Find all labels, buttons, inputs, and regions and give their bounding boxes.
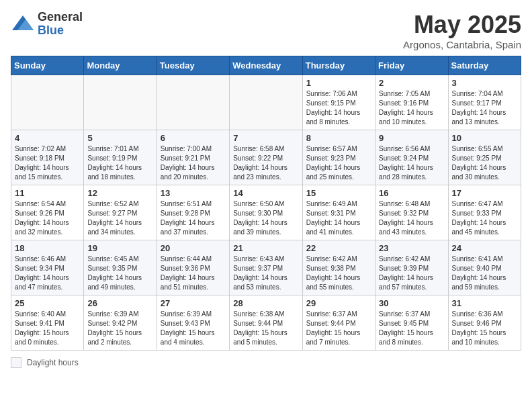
- day-info: Sunrise: 6:48 AM Sunset: 9:32 PM Dayligh…: [379, 199, 444, 237]
- calendar-week-1: 1Sunrise: 7:06 AM Sunset: 9:15 PM Daylig…: [11, 75, 521, 130]
- day-number: 29: [306, 298, 371, 308]
- calendar-cell: 30Sunrise: 6:37 AM Sunset: 9:45 PM Dayli…: [375, 295, 448, 351]
- day-info: Sunrise: 6:41 AM Sunset: 9:40 PM Dayligh…: [452, 255, 517, 292]
- day-number: 26: [87, 298, 152, 308]
- logo: General Blue: [11, 11, 83, 38]
- day-number: 15: [306, 188, 371, 198]
- day-number: 31: [452, 298, 517, 308]
- day-number: 2: [379, 78, 444, 88]
- calendar-week-2: 4Sunrise: 7:02 AM Sunset: 9:18 PM Daylig…: [11, 130, 521, 185]
- day-info: Sunrise: 6:37 AM Sunset: 9:44 PM Dayligh…: [306, 310, 371, 347]
- calendar-cell: 1Sunrise: 7:06 AM Sunset: 9:15 PM Daylig…: [302, 75, 375, 130]
- calendar-cell: 19Sunrise: 6:45 AM Sunset: 9:35 PM Dayli…: [84, 240, 157, 295]
- month-title: May 2025: [403, 11, 521, 39]
- calendar-cell: 11Sunrise: 6:54 AM Sunset: 9:26 PM Dayli…: [11, 185, 84, 240]
- day-number: 28: [233, 298, 298, 308]
- calendar-cell: [84, 75, 157, 130]
- day-info: Sunrise: 7:02 AM Sunset: 9:18 PM Dayligh…: [15, 144, 80, 182]
- day-info: Sunrise: 6:40 AM Sunset: 9:41 PM Dayligh…: [15, 310, 80, 347]
- day-number: 10: [452, 133, 517, 143]
- weekday-header-tuesday: Tuesday: [157, 56, 229, 75]
- logo-blue-text: Blue: [38, 24, 83, 38]
- day-info: Sunrise: 6:58 AM Sunset: 9:22 PM Dayligh…: [233, 144, 298, 182]
- legend: Daylight hours: [11, 357, 521, 368]
- logo-general-text: General: [38, 11, 83, 24]
- day-info: Sunrise: 6:55 AM Sunset: 9:25 PM Dayligh…: [452, 144, 517, 182]
- day-info: Sunrise: 6:52 AM Sunset: 9:27 PM Dayligh…: [87, 199, 152, 237]
- calendar-cell: 17Sunrise: 6:47 AM Sunset: 9:33 PM Dayli…: [448, 185, 521, 240]
- calendar-week-4: 18Sunrise: 6:46 AM Sunset: 9:34 PM Dayli…: [11, 240, 521, 295]
- day-number: 11: [15, 188, 80, 198]
- day-number: 4: [15, 133, 80, 143]
- calendar-cell: [157, 75, 229, 130]
- day-number: 14: [233, 188, 298, 198]
- day-number: 17: [452, 188, 517, 198]
- day-number: 13: [161, 188, 226, 198]
- calendar-cell: 25Sunrise: 6:40 AM Sunset: 9:41 PM Dayli…: [11, 295, 84, 351]
- day-info: Sunrise: 6:37 AM Sunset: 9:45 PM Dayligh…: [379, 310, 444, 347]
- calendar-cell: 16Sunrise: 6:48 AM Sunset: 9:32 PM Dayli…: [375, 185, 448, 240]
- day-info: Sunrise: 7:06 AM Sunset: 9:15 PM Dayligh…: [306, 89, 371, 127]
- calendar-cell: 13Sunrise: 6:51 AM Sunset: 9:28 PM Dayli…: [157, 185, 229, 240]
- calendar-week-5: 25Sunrise: 6:40 AM Sunset: 9:41 PM Dayli…: [11, 295, 521, 351]
- weekday-header-sunday: Sunday: [11, 56, 84, 75]
- legend-label: Daylight hours: [27, 358, 79, 367]
- day-info: Sunrise: 6:56 AM Sunset: 9:24 PM Dayligh…: [379, 144, 444, 182]
- day-info: Sunrise: 7:00 AM Sunset: 9:21 PM Dayligh…: [161, 144, 226, 182]
- calendar-cell: 18Sunrise: 6:46 AM Sunset: 9:34 PM Dayli…: [11, 240, 84, 295]
- calendar-cell: [230, 75, 302, 130]
- day-number: 25: [15, 298, 80, 308]
- weekday-header-monday: Monday: [84, 56, 157, 75]
- day-number: 19: [87, 243, 152, 253]
- day-info: Sunrise: 6:42 AM Sunset: 9:39 PM Dayligh…: [379, 255, 444, 292]
- weekday-header-thursday: Thursday: [302, 56, 375, 75]
- day-info: Sunrise: 6:57 AM Sunset: 9:23 PM Dayligh…: [306, 144, 371, 182]
- calendar-cell: 10Sunrise: 6:55 AM Sunset: 9:25 PM Dayli…: [448, 130, 521, 185]
- day-number: 5: [87, 133, 152, 143]
- day-info: Sunrise: 6:38 AM Sunset: 9:44 PM Dayligh…: [233, 310, 298, 347]
- day-number: 30: [379, 298, 444, 308]
- day-number: 3: [452, 78, 517, 88]
- day-number: 23: [379, 243, 444, 253]
- day-info: Sunrise: 6:39 AM Sunset: 9:42 PM Dayligh…: [87, 310, 152, 347]
- calendar-cell: 22Sunrise: 6:42 AM Sunset: 9:38 PM Dayli…: [302, 240, 375, 295]
- day-number: 8: [306, 133, 371, 143]
- day-info: Sunrise: 6:46 AM Sunset: 9:34 PM Dayligh…: [15, 255, 80, 292]
- day-number: 6: [161, 133, 226, 143]
- day-info: Sunrise: 7:05 AM Sunset: 9:16 PM Dayligh…: [379, 89, 444, 127]
- day-info: Sunrise: 6:51 AM Sunset: 9:28 PM Dayligh…: [161, 199, 226, 237]
- title-block: May 2025 Argonos, Cantabria, Spain: [403, 11, 521, 50]
- calendar-cell: 2Sunrise: 7:05 AM Sunset: 9:16 PM Daylig…: [375, 75, 448, 130]
- weekday-header-friday: Friday: [375, 56, 448, 75]
- day-number: 12: [87, 188, 152, 198]
- day-info: Sunrise: 6:50 AM Sunset: 9:30 PM Dayligh…: [233, 199, 298, 237]
- calendar-cell: 7Sunrise: 6:58 AM Sunset: 9:22 PM Daylig…: [230, 130, 302, 185]
- calendar-cell: 26Sunrise: 6:39 AM Sunset: 9:42 PM Dayli…: [84, 295, 157, 351]
- logo-icon: [11, 14, 35, 34]
- calendar-cell: 27Sunrise: 6:39 AM Sunset: 9:43 PM Dayli…: [157, 295, 229, 351]
- day-info: Sunrise: 6:43 AM Sunset: 9:37 PM Dayligh…: [233, 255, 298, 292]
- day-info: Sunrise: 7:04 AM Sunset: 9:17 PM Dayligh…: [452, 89, 517, 127]
- day-number: 21: [233, 243, 298, 253]
- day-info: Sunrise: 6:39 AM Sunset: 9:43 PM Dayligh…: [161, 310, 226, 347]
- calendar-cell: 15Sunrise: 6:49 AM Sunset: 9:31 PM Dayli…: [302, 185, 375, 240]
- calendar-cell: [11, 75, 84, 130]
- day-number: 16: [379, 188, 444, 198]
- calendar-week-3: 11Sunrise: 6:54 AM Sunset: 9:26 PM Dayli…: [11, 185, 521, 240]
- day-info: Sunrise: 7:01 AM Sunset: 9:19 PM Dayligh…: [87, 144, 152, 182]
- day-info: Sunrise: 6:47 AM Sunset: 9:33 PM Dayligh…: [452, 199, 517, 237]
- calendar-cell: 20Sunrise: 6:44 AM Sunset: 9:36 PM Dayli…: [157, 240, 229, 295]
- day-info: Sunrise: 6:36 AM Sunset: 9:46 PM Dayligh…: [452, 310, 517, 347]
- calendar-cell: 31Sunrise: 6:36 AM Sunset: 9:46 PM Dayli…: [448, 295, 521, 351]
- calendar-table: SundayMondayTuesdayWednesdayThursdayFrid…: [11, 56, 521, 351]
- weekday-header-wednesday: Wednesday: [230, 56, 302, 75]
- day-number: 22: [306, 243, 371, 253]
- weekday-header-row: SundayMondayTuesdayWednesdayThursdayFrid…: [11, 56, 521, 75]
- calendar-cell: 9Sunrise: 6:56 AM Sunset: 9:24 PM Daylig…: [375, 130, 448, 185]
- day-number: 24: [452, 243, 517, 253]
- day-number: 1: [306, 78, 371, 88]
- day-info: Sunrise: 6:54 AM Sunset: 9:26 PM Dayligh…: [15, 199, 80, 237]
- day-info: Sunrise: 6:42 AM Sunset: 9:38 PM Dayligh…: [306, 255, 371, 292]
- page-header: General Blue May 2025 Argonos, Cantabria…: [11, 11, 521, 50]
- day-number: 20: [161, 243, 226, 253]
